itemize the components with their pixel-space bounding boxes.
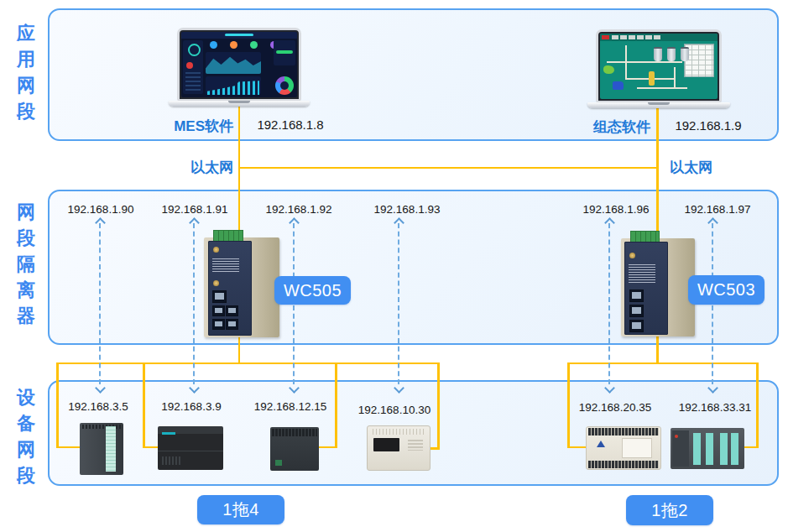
decor xyxy=(272,429,317,436)
decor xyxy=(607,61,682,63)
laptop-base xyxy=(169,101,310,107)
section-label-isolator: 网段隔离器 xyxy=(13,199,39,329)
decor xyxy=(206,76,261,95)
plc-figure-1 xyxy=(80,423,123,475)
mapped-ip-label: 192.168.1.93 xyxy=(357,203,457,216)
decor xyxy=(162,432,175,435)
decor xyxy=(674,67,676,89)
nat-mapping-dashed-line-5 xyxy=(608,223,610,384)
plc-figure-2 xyxy=(158,426,223,470)
decor xyxy=(162,456,180,465)
ethernet-port xyxy=(226,319,238,330)
mes-ip-label: 192.168.1.8 xyxy=(240,117,341,132)
decor xyxy=(206,52,261,74)
wc505-badge: WC505 xyxy=(274,276,351,305)
group-badge-1-to-2: 1拖2 xyxy=(626,495,713,525)
plc-figure-3 xyxy=(270,427,319,471)
ethernet-port xyxy=(629,289,644,302)
decor xyxy=(373,438,399,451)
scada-ip-label: 192.168.1.9 xyxy=(658,118,759,133)
decor xyxy=(612,35,662,39)
plc-figure-5 xyxy=(586,426,661,470)
ethernet-port xyxy=(212,290,227,303)
device-ip-label: 192.168.3.5 xyxy=(48,400,149,413)
ethernet-label-right: 以太网 xyxy=(670,158,712,177)
decor xyxy=(208,241,252,336)
decor xyxy=(681,47,689,61)
laptop-screen xyxy=(596,29,722,102)
section-label-device: 设备网段 xyxy=(13,384,39,488)
ethernet-port xyxy=(629,305,644,317)
decor xyxy=(212,258,239,272)
laptop-screen xyxy=(177,28,301,101)
decor xyxy=(625,45,627,79)
device-bus-right xyxy=(567,362,758,365)
isolator-wc505-figure xyxy=(204,237,279,337)
section-label-application: 应用网段 xyxy=(13,20,39,124)
decor xyxy=(603,65,614,74)
network-topology-diagram: 应用网段 网段隔离器 设备网段 xyxy=(0,0,788,532)
decor xyxy=(588,428,659,436)
decor xyxy=(629,264,655,283)
decor xyxy=(667,47,676,61)
decor xyxy=(186,62,193,69)
nat-mapping-dashed-line-4 xyxy=(398,223,399,384)
ethernet-label-left: 以太网 xyxy=(173,158,233,177)
ethernet-port xyxy=(212,319,225,330)
mapped-ip-label: 192.168.1.97 xyxy=(667,203,768,216)
scada-software-label: 组态软件 xyxy=(551,117,650,137)
decor xyxy=(213,280,219,286)
decor xyxy=(629,253,635,258)
group-badge-1-to-4: 1拖4 xyxy=(197,495,284,524)
mapped-ip-label: 192.168.1.91 xyxy=(144,203,245,216)
decor xyxy=(276,50,293,54)
plc-figure-4 xyxy=(367,425,431,471)
mes-laptop xyxy=(169,28,310,107)
decor xyxy=(275,76,294,95)
device-ip-label: 192.168.10.30 xyxy=(344,404,445,416)
decor xyxy=(408,440,423,451)
device-ip-label: 192.168.12.15 xyxy=(240,400,341,413)
decor xyxy=(225,34,253,36)
scada-laptop xyxy=(587,29,730,108)
decor xyxy=(637,87,687,89)
laptop-base xyxy=(587,102,730,108)
wc503-badge: WC503 xyxy=(688,275,765,305)
ethernet-port xyxy=(212,305,225,316)
mes-dashboard-screenshot xyxy=(181,32,297,97)
decor xyxy=(654,47,662,61)
decor xyxy=(693,433,701,465)
scada-hmi-screenshot xyxy=(600,34,718,99)
decor xyxy=(706,433,713,465)
decor xyxy=(731,433,738,465)
mapped-ip-label: 192.168.1.96 xyxy=(566,203,666,216)
decor xyxy=(588,461,659,468)
ethernet-line-horizontal xyxy=(238,167,659,170)
decor xyxy=(613,81,624,90)
decor xyxy=(675,435,678,438)
decor xyxy=(158,451,223,451)
decor xyxy=(373,429,425,435)
mapped-ip-label: 192.168.1.90 xyxy=(50,203,151,216)
decor xyxy=(106,426,116,472)
mapped-ip-label: 192.168.1.92 xyxy=(248,203,349,216)
decor xyxy=(213,247,219,253)
device-feed-6 xyxy=(743,446,758,449)
decor xyxy=(649,71,655,86)
decor xyxy=(230,41,237,49)
mes-software-label: MES软件 xyxy=(134,117,233,136)
decor xyxy=(188,44,201,56)
device-ip-label: 192.168.33.31 xyxy=(665,401,765,414)
decor xyxy=(602,35,609,39)
device-ip-label: 192.168.20.35 xyxy=(565,401,665,414)
decor xyxy=(624,242,667,336)
device-bus-left xyxy=(56,362,439,365)
nat-mapping-dashed-line-2 xyxy=(193,223,195,384)
ethernet-port xyxy=(629,320,644,332)
ethernet-port xyxy=(226,305,238,316)
decor xyxy=(597,441,605,447)
nat-mapping-dashed-line-1 xyxy=(99,223,101,384)
decor xyxy=(210,41,217,49)
plc-figure-6 xyxy=(671,428,744,469)
device-ip-label: 192.168.3.9 xyxy=(141,400,242,413)
